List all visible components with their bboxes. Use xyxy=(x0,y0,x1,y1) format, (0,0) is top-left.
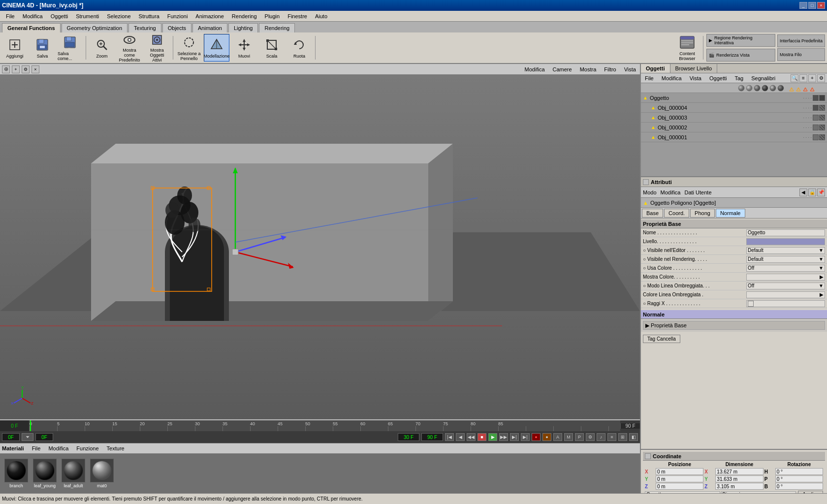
tab-lighting[interactable]: Lighting xyxy=(228,23,258,32)
attr-pin-btn[interactable]: 📌 xyxy=(817,189,825,196)
mat-modifica[interactable]: Modifica xyxy=(44,444,72,452)
prop-value-usa-colore[interactable]: Off ▼ xyxy=(746,265,825,272)
tool-salva[interactable]: Salva xyxy=(30,34,55,62)
interfaccia-predefinita-btn[interactable]: Interfaccia Predefinita xyxy=(777,34,825,47)
obj-menu-vista[interactable]: Vista xyxy=(686,74,705,82)
tool-mostra-oggetti[interactable]: Mostra Oggetti Attivi xyxy=(144,34,170,62)
prop-value-colore-linea[interactable]: ▶ xyxy=(746,291,825,298)
close-button[interactable]: × xyxy=(817,2,825,9)
prop-value-livello[interactable] xyxy=(746,238,825,245)
skip-end-btn[interactable]: ▶| xyxy=(521,433,530,441)
menu-plugin[interactable]: Plugin xyxy=(261,12,284,20)
play-reverse-btn[interactable]: ◀◀ xyxy=(467,433,476,441)
viewport-nav-4[interactable]: × xyxy=(32,65,39,73)
attr-tab-phong[interactable]: Phong xyxy=(690,209,715,218)
coord-h-rot[interactable]: 0 ° xyxy=(775,468,823,475)
attr-tab-coord[interactable]: Coord. xyxy=(664,209,689,218)
tool-ruota[interactable]: Ruota xyxy=(286,34,312,62)
tool-mostra-predefinito[interactable]: Mostra come Predefinito xyxy=(117,34,142,62)
tab-rendering[interactable]: Rendering xyxy=(259,23,295,32)
extra-btn[interactable]: ≡ xyxy=(607,433,616,441)
menu-struttura[interactable]: Struttura xyxy=(135,12,163,20)
menu-oggetti[interactable]: Oggetti xyxy=(47,12,72,20)
tool-selezione-pennello[interactable]: Selezione a Pennello xyxy=(176,34,202,62)
menu-strumenti[interactable]: Strumenti xyxy=(72,12,103,20)
prop-value-modo-linea[interactable]: Off ▼ xyxy=(746,283,825,289)
coord-x-pos[interactable]: 0 m xyxy=(656,468,703,475)
viewport-nav-3[interactable]: ⚙ xyxy=(22,65,30,73)
coord-y-dim[interactable]: 31.633 m xyxy=(715,475,763,482)
fps-btn[interactable]: ⏷ xyxy=(22,433,33,441)
skip-start-btn[interactable]: |◀ xyxy=(445,433,454,441)
prev-frame-btn[interactable]: ◀ xyxy=(456,433,465,441)
extra-btn2[interactable]: ⊞ xyxy=(618,433,627,441)
viewport-nav-2[interactable]: + xyxy=(12,65,20,73)
tab-animation[interactable]: Animation xyxy=(192,23,227,32)
mat-file[interactable]: File xyxy=(28,444,45,452)
menu-finestre[interactable]: Finestre xyxy=(284,12,311,20)
tool-content-browser[interactable]: Content Browser xyxy=(674,34,700,62)
normale-header[interactable]: Normale xyxy=(641,310,827,319)
play-forward-btn[interactable]: ▶▶ xyxy=(499,433,508,441)
tool-zoom[interactable]: Zoom xyxy=(89,34,115,62)
menu-file[interactable]: File xyxy=(2,12,19,20)
end-frame-field[interactable]: 90 F xyxy=(421,433,443,441)
vt-modifica[interactable]: Modifica xyxy=(523,65,547,73)
material-branch[interactable]: branch xyxy=(4,459,29,488)
obj-menu-tag[interactable]: Tag xyxy=(731,74,747,82)
obj-menu-segnalibri[interactable]: Segnalibri xyxy=(747,74,779,82)
frame-field-2[interactable]: 0F xyxy=(35,433,53,441)
obj-menu-file[interactable]: File xyxy=(641,74,658,82)
obj-row-obj000002[interactable]: ▲ Obj_000002 · · · · xyxy=(641,123,827,132)
render-interactive-btn[interactable]: ▶ Regione Rendering Interattiva xyxy=(706,34,775,47)
next-frame-btn[interactable]: ▶| xyxy=(510,433,519,441)
tool-aggiungi[interactable]: Aggiungi xyxy=(2,34,28,62)
tool-scala[interactable]: Scala xyxy=(259,34,285,62)
obj-icon-layers[interactable]: ≡ xyxy=(799,74,807,82)
vt-camere[interactable]: Camere xyxy=(551,65,574,73)
attr-arrow-btn[interactable]: ◀ xyxy=(799,189,807,196)
menu-funzioni[interactable]: Funzioni xyxy=(163,12,192,20)
vt-filtro[interactable]: Filtro xyxy=(602,65,618,73)
proprieta-base-link[interactable]: ▶ Proprietà Base xyxy=(643,321,825,330)
mostra-filo-btn[interactable]: Mostra Filo xyxy=(777,48,825,61)
prop-value-raggi[interactable] xyxy=(746,300,825,307)
options-btn[interactable]: ⚙ xyxy=(586,433,595,441)
sound-btn[interactable]: ♪ xyxy=(597,433,605,441)
tab-geometry-optimization[interactable]: Geometry Optimization xyxy=(62,23,127,32)
prop-value-visibile-rendering[interactable]: Default ▼ xyxy=(746,256,825,263)
frame-field[interactable]: 0F xyxy=(2,433,20,441)
material-mat0[interactable]: mat0 xyxy=(90,459,114,488)
obj-row-oggetto[interactable]: ▲ Oggetto · · · · xyxy=(641,93,827,103)
coord-x-dim[interactable]: 13.627 m xyxy=(715,468,763,475)
tab-objects[interactable]: Objects xyxy=(162,23,191,32)
rec-all-btn[interactable]: ● xyxy=(542,433,551,441)
obj-icon-search[interactable]: 🔍 xyxy=(791,74,798,82)
attr-tab-normale[interactable]: Normale xyxy=(716,209,745,218)
maximize-button[interactable]: □ xyxy=(808,2,816,9)
raggi-checkbox[interactable] xyxy=(748,301,754,307)
tool-modellazione[interactable]: Modellazione xyxy=(204,34,229,62)
menu-animazione[interactable]: Animazione xyxy=(191,12,227,20)
extra-btn3[interactable]: ◧ xyxy=(629,433,638,441)
attr-lock-btn[interactable]: 🔒 xyxy=(808,189,816,196)
renderizza-vista-btn[interactable]: 🎬 Renderizza Vista xyxy=(706,49,775,62)
mat-texture[interactable]: Texture xyxy=(103,444,128,452)
menu-rendering[interactable]: Rendering xyxy=(228,12,261,20)
motion-path-btn[interactable]: M xyxy=(564,433,573,441)
menu-selezione[interactable]: Selezione xyxy=(103,12,134,20)
minimize-button[interactable]: _ xyxy=(799,2,807,9)
material-leaf-adult[interactable]: leaf_adult xyxy=(61,459,86,488)
coord-b-rot[interactable]: 0 ° xyxy=(775,483,823,490)
obj-menu-modifica[interactable]: Modifica xyxy=(658,74,686,82)
menu-aiuto[interactable]: Aiuto xyxy=(311,12,331,20)
tab-oggetti[interactable]: Oggetti xyxy=(641,64,670,73)
menu-modifica[interactable]: Modifica xyxy=(19,12,47,20)
stop-btn[interactable]: ■ xyxy=(477,433,486,441)
obj-row-obj000001[interactable]: ▲ Obj_000001 · · · · xyxy=(641,132,827,142)
preview-btn[interactable]: P xyxy=(575,433,584,441)
tool-muovi[interactable]: Muovi xyxy=(231,34,257,62)
attr-tab-base[interactable]: Base xyxy=(642,209,663,218)
material-leaf-young[interactable]: leaf_young xyxy=(32,459,57,488)
obj-icon-settings[interactable]: ⚙ xyxy=(817,74,825,82)
